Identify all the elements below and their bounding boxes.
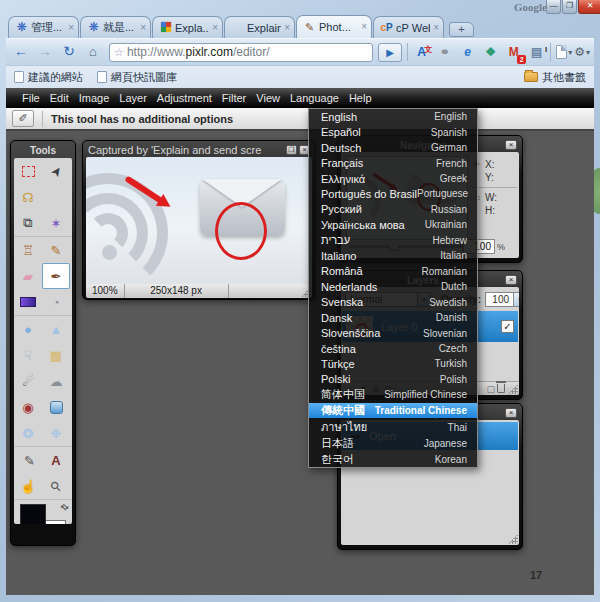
language-menu-item[interactable]: ภาษาไทยThai — [309, 418, 477, 436]
close-tab-icon[interactable]: × — [68, 23, 74, 33]
bucket-tool[interactable]: ◔ — [42, 289, 70, 315]
close-window-button[interactable]: ✕ — [578, 0, 600, 14]
language-menu-item[interactable]: SlovenščinaSlovenian — [309, 325, 477, 340]
new-tab-button[interactable]: + — [449, 22, 474, 37]
go-button[interactable]: ▶ — [378, 43, 402, 62]
page-menu-button[interactable]: ▾ — [556, 45, 572, 59]
blur-tool[interactable]: ● — [14, 316, 42, 342]
browser-tab[interactable]: ❋就是...× — [80, 16, 151, 38]
type-tool[interactable]: A — [42, 447, 70, 473]
menu-file[interactable]: File — [22, 92, 40, 104]
language-menu-item[interactable]: DeutschGerman — [309, 140, 477, 155]
image-canvas[interactable] — [86, 157, 312, 284]
language-menu-item[interactable]: РусскийRussian — [309, 202, 477, 217]
menu-view[interactable]: View — [256, 92, 280, 104]
burn-tool[interactable]: ☁ — [42, 368, 70, 394]
close-layers-icon[interactable]: × — [505, 275, 517, 285]
browser-tab[interactable]: ✎Phot...× — [296, 15, 372, 38]
browser-tab[interactable]: Explain ...× — [224, 16, 295, 38]
language-menu-item[interactable]: NederlandsDutch — [309, 279, 477, 294]
close-tab-icon[interactable]: × — [212, 23, 218, 33]
hand-tool[interactable]: ☝ — [14, 473, 42, 499]
image-window[interactable]: Captured by 'Explain and send scre ❐ × 1… — [82, 140, 316, 300]
url-text[interactable]: http://www.pixlr.com/editor/ — [127, 45, 270, 59]
gradient-tool[interactable] — [14, 289, 42, 315]
zoom-level[interactable]: 100% — [86, 284, 125, 298]
language-menu-item[interactable]: 傳統中國Traditional Chinese — [309, 403, 477, 418]
brush-tool[interactable]: ✒ — [42, 263, 70, 289]
language-menu-item[interactable]: RomânăRomanian — [309, 264, 477, 279]
ie-page-extension-icon[interactable]: e — [459, 44, 476, 61]
language-menu-item[interactable]: עבריתHebrew — [309, 233, 477, 248]
link-extension-icon[interactable]: ⚭ — [436, 44, 453, 61]
wand-tool[interactable]: ✶ — [42, 210, 70, 236]
marquee-tool[interactable] — [14, 158, 42, 184]
lasso-tool[interactable]: ☊ — [14, 184, 42, 210]
bookmark-item[interactable]: 網頁快訊圖庫 — [97, 70, 177, 85]
move-tool[interactable]: ➤ — [42, 158, 70, 184]
language-menu-item[interactable]: ItalianoItalian — [309, 248, 477, 263]
dodge-tool[interactable]: ☄ — [14, 368, 42, 394]
sponge-tool[interactable]: ▩ — [42, 342, 70, 368]
language-menu-item[interactable]: ΕλληνικάGreek — [309, 171, 477, 186]
language-menu-item[interactable]: SvenskaSwedish — [309, 294, 477, 309]
delete-layer-icon[interactable] — [497, 384, 505, 393]
resize-grip[interactable] — [508, 534, 518, 544]
close-tab-icon[interactable]: × — [284, 23, 290, 33]
maximize-image-icon[interactable]: ❐ — [286, 145, 297, 155]
bloat-tool[interactable]: ❂ — [14, 420, 42, 446]
browser-tab[interactable]: Expla...× — [152, 16, 223, 38]
menu-help[interactable]: Help — [349, 92, 372, 104]
crop-tool[interactable]: ⧉ — [14, 210, 42, 236]
foreground-color-swatch[interactable] — [20, 504, 46, 524]
smudge-tool[interactable]: ☟ — [14, 342, 42, 368]
language-menu-item[interactable]: EspañolSpanish — [309, 124, 477, 139]
back-button[interactable]: ← — [10, 42, 32, 62]
close-history-icon[interactable]: × — [505, 408, 517, 418]
minimize-button[interactable]: — — [546, 0, 561, 14]
other-bookmarks-button[interactable]: 其他書籤 — [524, 70, 586, 85]
swap-colors-icon[interactable]: ⇄ — [59, 501, 71, 513]
eraser-tool[interactable]: ▰ — [14, 263, 42, 289]
translate-extension-icon[interactable]: A文 — [413, 44, 430, 61]
gmail-extension-icon[interactable]: M2 — [505, 44, 522, 61]
screen-capture-extension-icon[interactable]: ❖ — [482, 44, 499, 61]
menu-image[interactable]: Image — [79, 92, 110, 104]
language-menu-item[interactable]: Українська моваUkrainian — [309, 217, 477, 232]
browser-tab[interactable]: cPcP Web...× — [373, 16, 444, 38]
sharpen-tool[interactable]: ▲ — [42, 316, 70, 342]
language-menu-item[interactable]: češtinaCzech — [309, 341, 477, 356]
close-navigator-icon[interactable]: × — [505, 140, 517, 150]
pencil-tool[interactable]: ✎ — [42, 237, 70, 263]
language-menu-item[interactable]: 简体中国Simplified Chinese — [309, 387, 477, 402]
bookmark-item[interactable]: 建議的網站 — [14, 70, 83, 85]
wrench-menu-button[interactable]: ⚙▾ — [574, 45, 590, 59]
clone-stamp-tool[interactable]: ♖ — [14, 237, 42, 263]
language-menu-item[interactable]: FrançaisFrench — [309, 155, 477, 170]
red-eye-tool[interactable]: ◉ — [14, 394, 42, 420]
reload-button[interactable]: ↻ — [58, 42, 80, 62]
forward-button[interactable]: → — [34, 42, 56, 62]
menu-edit[interactable]: Edit — [50, 92, 69, 104]
menu-filter[interactable]: Filter — [222, 92, 246, 104]
language-menu-item[interactable]: DanskDanish — [309, 310, 477, 325]
layer-visibility-checkbox[interactable]: ✓ — [501, 320, 514, 333]
color-picker-tool[interactable]: ✐ — [14, 447, 42, 473]
language-menu-item[interactable]: 日本語Japanese — [309, 436, 477, 451]
drawing-tool[interactable] — [42, 394, 70, 420]
menu-language[interactable]: Language — [290, 92, 339, 104]
close-tab-icon[interactable]: × — [140, 23, 146, 33]
chevron-down-icon[interactable]: ▾ — [513, 292, 519, 307]
new-layer-icon[interactable]: ▢ — [486, 383, 495, 395]
language-menu-item[interactable]: TürkçeTurkish — [309, 356, 477, 371]
pinch-tool[interactable]: ❉ — [42, 420, 70, 446]
browser-tab[interactable]: ❋管理...× — [8, 16, 79, 38]
close-tab-icon[interactable]: × — [361, 22, 367, 32]
menu-adjustment[interactable]: Adjustment — [157, 92, 212, 104]
language-menu-item[interactable]: Português do BrasilPortuguese — [309, 186, 477, 201]
maximize-button[interactable]: ❐ — [562, 0, 577, 14]
menu-layer[interactable]: Layer — [119, 92, 147, 104]
zoom-tool[interactable]: ⚲ — [42, 473, 70, 499]
address-bar[interactable]: ☆ http://www.pixlr.com/editor/ — [109, 43, 373, 62]
language-menu-item[interactable]: EnglishEnglish — [309, 109, 477, 124]
